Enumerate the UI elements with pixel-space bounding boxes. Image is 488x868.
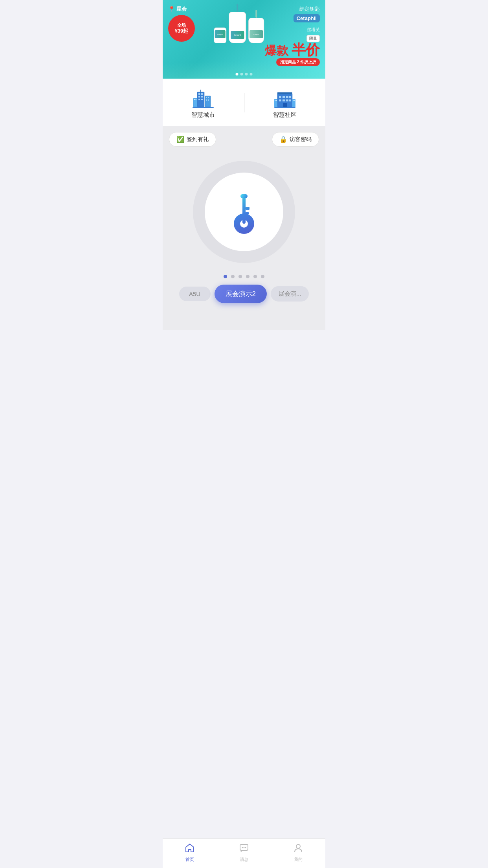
- smart-community-icon: [273, 86, 297, 108]
- smart-city-label: 智慧城市: [191, 111, 215, 119]
- visitor-label: 访客密码: [290, 136, 312, 143]
- svg-rect-26: [289, 99, 291, 101]
- bottle-medium: Cetaphil: [248, 10, 264, 43]
- svg-rect-0: [197, 92, 204, 107]
- banner-bind-key[interactable]: 绑定钥匙: [299, 6, 320, 13]
- tab-a5u[interactable]: A5U: [179, 287, 211, 301]
- nav-messages[interactable]: 消息: [217, 843, 271, 862]
- pin-icon: 📍: [168, 6, 175, 12]
- svg-rect-23: [279, 99, 281, 101]
- nav-home[interactable]: 首页: [163, 843, 217, 862]
- home-icon: [185, 843, 195, 855]
- banner-expo-tag: 📍 屋会: [168, 6, 187, 13]
- carousel-dot-2[interactable]: [231, 275, 235, 278]
- svg-rect-4: [201, 96, 203, 97]
- carousel-dot-3[interactable]: [238, 275, 242, 278]
- banner-bottles: Cetaphil Cetaphil Cetaphil: [214, 4, 264, 43]
- messages-icon: [239, 843, 249, 855]
- banner: 📍 屋会 全场 ¥39起 绑定钥匙 Cetaphil 丝塔芙 Cetaphil …: [163, 0, 325, 79]
- banner-full-discount: 全场: [177, 23, 186, 28]
- svg-rect-30: [275, 100, 276, 101]
- tab-selector: A5U 展会演示2 展会演...: [169, 285, 319, 306]
- banner-cetaphil-sub: 丝塔芙: [307, 27, 320, 33]
- svg-rect-31: [276, 100, 277, 101]
- svg-point-43: [242, 847, 243, 848]
- svg-rect-25: [286, 99, 288, 101]
- category-smart-city[interactable]: 智慧城市: [163, 86, 244, 119]
- carousel-dot-6[interactable]: [261, 275, 264, 278]
- action-row: ✅ 签到有礼 🔒 访客密码: [169, 132, 319, 147]
- profile-icon: [293, 843, 303, 855]
- nav-messages-label: 消息: [240, 857, 248, 862]
- svg-rect-11: [206, 99, 207, 101]
- svg-rect-39: [246, 207, 250, 210]
- svg-rect-6: [201, 99, 203, 100]
- visitor-button[interactable]: 🔒 访客密码: [272, 132, 319, 147]
- tab-expo3[interactable]: 展会演...: [271, 286, 309, 302]
- nav-mine[interactable]: 我的: [271, 843, 325, 862]
- key-container[interactable]: [169, 153, 319, 275]
- smart-community-label: 智慧社区: [273, 111, 297, 119]
- svg-rect-12: [208, 99, 209, 101]
- banner-dot-3[interactable]: [245, 73, 248, 75]
- bottle-tall: Cetaphil: [229, 4, 246, 43]
- bottom-spacer: [163, 330, 325, 360]
- key-outer-circle: [193, 161, 295, 263]
- svg-rect-14: [194, 99, 195, 100]
- smart-city-icon: [191, 86, 215, 108]
- svg-rect-5: [198, 99, 200, 100]
- svg-rect-15: [196, 99, 197, 100]
- svg-rect-22: [289, 96, 291, 98]
- checkin-button[interactable]: ✅ 签到有礼: [169, 132, 216, 147]
- carousel-dots: [169, 275, 319, 278]
- banner-dot-1[interactable]: [236, 73, 238, 75]
- banner-expo-text: 屋会: [176, 6, 187, 13]
- checkin-label: 签到有礼: [187, 136, 209, 143]
- svg-rect-1: [198, 93, 200, 95]
- svg-rect-37: [242, 194, 246, 224]
- svg-point-44: [244, 847, 245, 848]
- svg-rect-13: [193, 98, 197, 107]
- bottom-nav: 首页 消息 我的: [163, 839, 325, 868]
- carousel-dot-4[interactable]: [246, 275, 250, 278]
- banner-sub-promo: 指定商品 2 件折上折: [276, 58, 320, 66]
- svg-rect-34: [294, 100, 295, 101]
- categories-section: 智慧城市: [163, 79, 325, 126]
- tab-expo2[interactable]: 展会演示2: [215, 285, 267, 303]
- svg-rect-7: [200, 90, 201, 93]
- key-icon: [224, 186, 264, 237]
- svg-rect-3: [198, 96, 200, 97]
- key-inner-circle: [205, 173, 283, 251]
- banner-dot-2[interactable]: [240, 73, 243, 75]
- banner-price-badge: 全场 ¥39起: [168, 15, 195, 42]
- svg-rect-9: [206, 97, 207, 98]
- svg-rect-16: [193, 107, 214, 108]
- svg-rect-33: [293, 100, 294, 101]
- banner-dots: [236, 73, 253, 75]
- svg-point-45: [245, 847, 246, 848]
- svg-rect-2: [201, 93, 203, 95]
- svg-rect-19: [279, 96, 281, 98]
- svg-rect-18: [277, 92, 292, 94]
- banner-promo-text: 限量 爆款 半价: [265, 34, 320, 57]
- svg-rect-40: [246, 212, 249, 215]
- svg-point-46: [296, 844, 300, 848]
- svg-rect-28: [274, 107, 295, 108]
- nav-home-label: 首页: [185, 857, 194, 862]
- carousel-dot-5[interactable]: [253, 275, 257, 278]
- banner-dot-4[interactable]: [250, 73, 253, 75]
- svg-rect-38: [240, 194, 248, 198]
- svg-rect-27: [283, 103, 287, 107]
- nav-mine-label: 我的: [294, 857, 303, 862]
- visitor-icon: 🔒: [279, 136, 287, 143]
- svg-rect-24: [283, 99, 285, 101]
- main-section: ✅ 签到有礼 🔒 访客密码: [163, 126, 325, 330]
- category-smart-community[interactable]: 智慧社区: [244, 86, 326, 119]
- svg-rect-20: [283, 96, 285, 98]
- svg-rect-21: [286, 96, 288, 98]
- bottle-small: Cetaphil: [214, 28, 226, 43]
- banner-cetaphil-logo: Cetaphil: [294, 14, 320, 22]
- checkin-icon: ✅: [176, 136, 184, 143]
- carousel-dot-1[interactable]: [224, 275, 227, 278]
- banner-price: ¥39起: [175, 28, 189, 34]
